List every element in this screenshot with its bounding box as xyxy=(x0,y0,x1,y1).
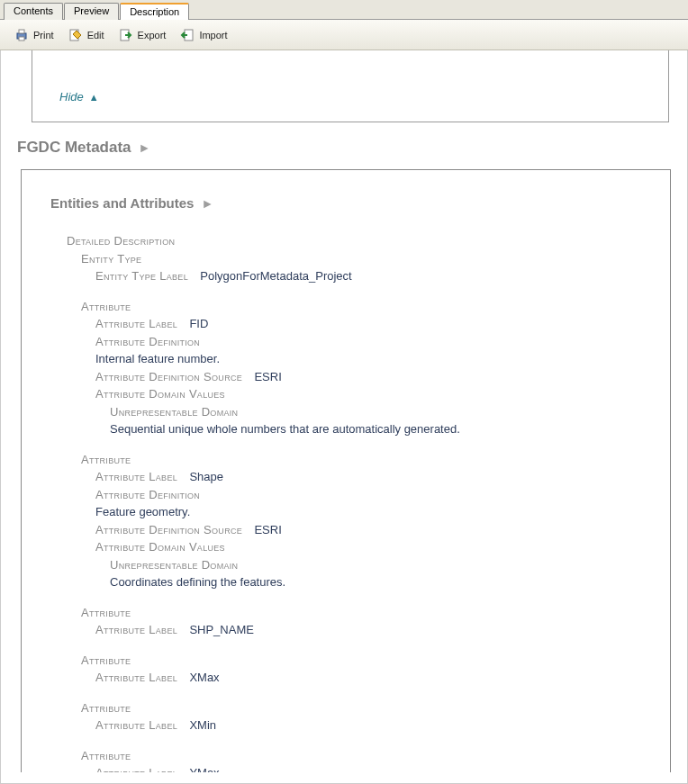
print-label: Print xyxy=(33,30,54,41)
content-area: Hide ▲ FGDC Metadata ► Entities and Attr… xyxy=(0,50,688,784)
attribute-heading: Attribute xyxy=(67,604,652,622)
attr-domain-label: Attribute Domain Values xyxy=(67,385,652,403)
export-icon xyxy=(119,28,133,42)
attr-def-value: Internal feature number. xyxy=(67,350,652,368)
attr-label-label: Attribute Label xyxy=(95,470,177,483)
fgdc-title: FGDC Metadata xyxy=(17,139,131,157)
tab-preview[interactable]: Preview xyxy=(64,3,119,20)
import-label: Import xyxy=(199,30,227,41)
attr-def-value: Feature geometry. xyxy=(67,503,652,521)
attr-label-value: XMin xyxy=(180,718,216,732)
attr-label-label: Attribute Label xyxy=(95,671,177,684)
attribute-block: Attribute Attribute Label XMin xyxy=(67,699,652,734)
edit-icon xyxy=(68,28,83,42)
attr-defsrc-value: ESRI xyxy=(245,370,281,383)
tab-description[interactable]: Description xyxy=(120,3,189,20)
svg-rect-1 xyxy=(19,30,24,33)
attr-unrep-label: Unrepresentable Domain xyxy=(67,403,652,421)
attr-label-label: Attribute Label xyxy=(95,766,177,772)
attr-label-label: Attribute Label xyxy=(95,718,177,732)
attribute-block: Attribute Attribute Label SHP_NAME xyxy=(67,604,652,639)
entities-panel: Entities and Attributes ► Detailed Descr… xyxy=(21,169,671,772)
attr-defsrc-label: Attribute Definition Source xyxy=(95,370,242,383)
fgdc-section-header[interactable]: FGDC Metadata ► xyxy=(17,139,676,157)
detailed-description-label: Detailed Description xyxy=(67,232,652,250)
edit-label: Edit xyxy=(87,30,104,41)
attribute-heading: Attribute xyxy=(67,298,652,316)
collapse-up-icon: ▲ xyxy=(89,92,99,103)
entity-type-label-value: PolygonForMetadata_Project xyxy=(191,269,351,283)
attr-unrep-label: Unrepresentable Domain xyxy=(67,556,652,574)
attr-label-value: YMax xyxy=(180,766,219,772)
toolbar: Print Edit Export Import xyxy=(0,20,688,50)
import-button[interactable]: Import xyxy=(173,25,234,45)
expand-arrow-icon: ► xyxy=(139,140,151,155)
attr-label-value: Shape xyxy=(180,470,223,483)
attr-def-label: Attribute Definition xyxy=(67,486,652,504)
edit-button[interactable]: Edit xyxy=(61,25,112,45)
attr-defsrc-value: ESRI xyxy=(245,523,281,536)
tab-contents[interactable]: Contents xyxy=(4,3,63,20)
print-icon xyxy=(14,28,29,42)
expand-arrow-icon: ► xyxy=(201,196,213,211)
export-button[interactable]: Export xyxy=(112,25,174,45)
attribute-block: Attribute Attribute Label YMax xyxy=(67,747,652,773)
hide-link-top[interactable]: Hide ▲ xyxy=(40,90,99,104)
attribute-heading: Attribute xyxy=(67,451,652,469)
print-button[interactable]: Print xyxy=(7,25,61,45)
entities-header[interactable]: Entities and Attributes ► xyxy=(50,195,652,211)
attr-label-value: XMax xyxy=(180,671,219,684)
attr-defsrc-label: Attribute Definition Source xyxy=(95,523,242,536)
attribute-block: Attribute Attribute Label Shape Attribut… xyxy=(67,451,652,591)
attr-label-value: SHP_NAME xyxy=(180,623,254,636)
import-icon xyxy=(180,28,195,42)
upper-panel: Hide ▲ xyxy=(32,50,669,122)
attribute-heading: Attribute xyxy=(67,652,652,670)
attr-def-label: Attribute Definition xyxy=(67,333,652,351)
attr-label-label: Attribute Label xyxy=(95,317,177,330)
entities-title: Entities and Attributes xyxy=(50,195,194,211)
metadata-content: Detailed Description Entity Type Entity … xyxy=(50,232,652,772)
entity-type-label-label: Entity Type Label xyxy=(95,269,188,283)
attr-unrep-value: Coordinates defining the features. xyxy=(67,573,652,591)
entity-type-label: Entity Type xyxy=(67,250,652,268)
attr-label-label: Attribute Label xyxy=(95,623,177,636)
attr-unrep-value: Sequential unique whole numbers that are… xyxy=(67,420,652,438)
export-label: Export xyxy=(138,30,167,41)
upper-panel-content xyxy=(40,58,661,68)
attribute-heading: Attribute xyxy=(67,747,652,765)
tab-bar: Contents Preview Description xyxy=(0,0,688,20)
hide-label-top: Hide xyxy=(59,90,84,104)
scroll-region[interactable]: Hide ▲ FGDC Metadata ► Entities and Attr… xyxy=(12,50,676,772)
attr-domain-label: Attribute Domain Values xyxy=(67,538,652,556)
svg-rect-2 xyxy=(19,37,24,41)
attr-label-value: FID xyxy=(180,317,208,330)
attribute-block: Attribute Attribute Label XMax xyxy=(67,652,652,687)
attribute-heading: Attribute xyxy=(67,699,652,717)
attribute-block: Attribute Attribute Label FID Attribute … xyxy=(67,298,652,438)
